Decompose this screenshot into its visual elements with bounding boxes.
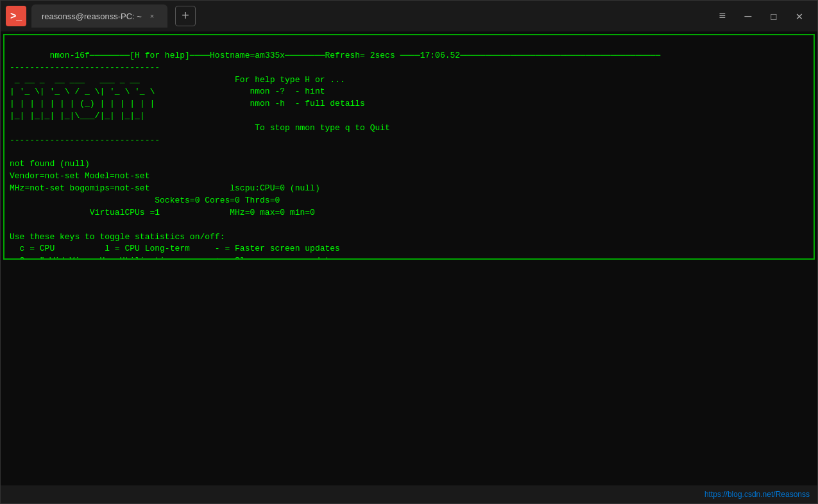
terminal-header: nmon-16f────────[H for help]────Hostname… bbox=[49, 51, 660, 60]
terminal-area: nmon-16f────────[H for help]────Hostname… bbox=[1, 31, 817, 485]
csdn-link: https://blog.csdn.net/Reasonss bbox=[704, 490, 810, 499]
terminal-tab[interactable]: reasonss@reasonss-PC: ~ × bbox=[31, 4, 167, 28]
minimize-button[interactable]: — bbox=[740, 8, 756, 24]
maximize-button[interactable]: ☐ bbox=[766, 8, 781, 24]
app-logo: >_ bbox=[6, 6, 26, 26]
terminal-content[interactable]: nmon-16f────────[H for help]────Hostname… bbox=[4, 35, 814, 260]
bottom-bar: https://blog.csdn.net/Reasonss bbox=[1, 485, 817, 503]
close-button[interactable]: ✕ bbox=[792, 8, 807, 24]
add-tab-button[interactable]: + bbox=[175, 6, 196, 26]
menu-button[interactable]: ≡ bbox=[715, 8, 730, 24]
tab-close-button[interactable]: × bbox=[147, 11, 157, 21]
terminal-body: ------------------------------ _ __ _ __… bbox=[10, 63, 390, 260]
tab-label: reasonss@reasonss-PC: ~ bbox=[42, 12, 142, 21]
titlebar: >_ reasonss@reasonss-PC: ~ × + ≡ — ☐ ✕ bbox=[1, 1, 817, 31]
window: >_ reasonss@reasonss-PC: ~ × + ≡ — ☐ ✕ n… bbox=[0, 0, 818, 504]
window-controls: ≡ — ☐ ✕ bbox=[715, 8, 812, 24]
terminal-empty-area bbox=[1, 262, 817, 485]
terminal-border: nmon-16f────────[H for help]────Hostname… bbox=[3, 34, 815, 260]
